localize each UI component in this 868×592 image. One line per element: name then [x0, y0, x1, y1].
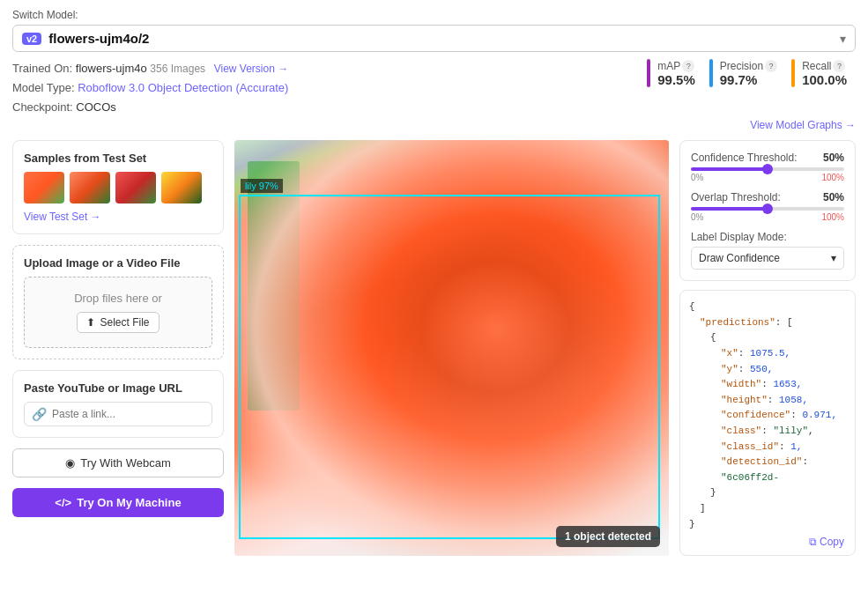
- sample-thumb-1[interactable]: [24, 172, 64, 204]
- try-on-machine-button[interactable]: </> Try On My Machine: [12, 488, 224, 517]
- checkpoint-value: COCOs: [76, 100, 116, 114]
- json-line-6: "height": 1058,: [721, 393, 846, 409]
- confidence-slider-track[interactable]: [691, 167, 844, 171]
- json-output-card: { "predictions": [ { "x": 1075.5, "y": 5…: [679, 290, 856, 556]
- view-version-link[interactable]: View Version →: [214, 63, 289, 75]
- map-help-icon: ?: [682, 60, 694, 72]
- code-icon: </>: [55, 496, 71, 509]
- view-graphs-link[interactable]: View Model Graphs →: [0, 117, 868, 131]
- json-line-3: "x": 1075.5,: [721, 346, 846, 362]
- json-line-12: ]: [700, 501, 846, 517]
- recall-label: Recall ?: [802, 60, 847, 72]
- json-line-11: }: [710, 485, 846, 501]
- trained-on-model: flowers-ujm4o: [76, 62, 147, 75]
- json-line-13: }: [689, 517, 846, 533]
- drop-zone[interactable]: Drop files here or ⬆ Select File: [24, 277, 212, 348]
- sample-thumb-2[interactable]: [70, 172, 110, 204]
- chevron-down-icon: ▾: [840, 32, 846, 46]
- controls-card: Confidence Threshold: 50% 0% 100% Overla…: [679, 140, 856, 281]
- label-mode-chevron-icon: ▾: [831, 252, 836, 264]
- confidence-slider-thumb[interactable]: [762, 164, 773, 174]
- recall-value: 100.0%: [802, 72, 847, 87]
- json-line-0: {: [689, 300, 846, 315]
- model-name: flowers-ujm4o/2: [48, 31, 149, 46]
- confidence-slider-fill: [691, 167, 768, 171]
- label-mode-title: Label Display Mode:: [691, 231, 844, 243]
- webcam-icon: ◉: [65, 456, 75, 470]
- json-content: { "predictions": [ { "x": 1075.5, "y": 5…: [689, 300, 846, 532]
- map-label: mAP ?: [657, 60, 695, 72]
- trained-on-label: Trained On:: [12, 62, 72, 75]
- sample-thumb-3[interactable]: [115, 172, 156, 204]
- precision-value: 99.7%: [720, 72, 777, 87]
- paste-url-title: Paste YouTube or Image URL: [24, 381, 212, 395]
- view-test-set-link[interactable]: View Test Set →: [24, 211, 212, 223]
- json-line-8: "class": "lily",: [721, 424, 846, 440]
- overlap-label: Overlap Threshold:: [691, 191, 781, 204]
- json-line-5: "width": 1653,: [721, 377, 846, 393]
- json-line-7: "confidence": 0.971,: [721, 408, 846, 424]
- drop-text: Drop files here or: [39, 292, 197, 305]
- object-count-badge: 1 object detected: [556, 526, 660, 547]
- overlap-slider-thumb[interactable]: [762, 204, 773, 214]
- precision-label: Precision ?: [720, 60, 777, 72]
- detection-bounding-box: lily 97%: [239, 195, 660, 540]
- copy-button[interactable]: ⧉ Copy: [805, 534, 848, 550]
- images-count: 356 Images: [150, 63, 205, 75]
- url-input[interactable]: [52, 408, 204, 420]
- webcam-button[interactable]: ◉ Try With Webcam: [12, 448, 224, 477]
- confidence-min: 0%: [691, 173, 703, 182]
- upload-icon: ⬆: [86, 316, 95, 329]
- precision-help-icon: ?: [765, 60, 777, 72]
- sample-thumb-4[interactable]: [161, 172, 202, 204]
- recall-help-icon: ?: [833, 60, 845, 72]
- recall-bar: [791, 59, 795, 87]
- label-mode-value: Draw Confidence: [699, 252, 780, 264]
- overlap-min: 0%: [691, 212, 703, 222]
- precision-bar: [709, 59, 713, 87]
- select-file-button[interactable]: ⬆ Select File: [77, 312, 159, 333]
- map-bar: [647, 59, 650, 87]
- json-line-1: "predictions": [: [700, 315, 846, 331]
- url-input-row[interactable]: 🔗: [24, 402, 212, 426]
- switch-model-label: Switch Model:: [12, 9, 856, 21]
- json-line-9: "class_id": 1,: [721, 440, 846, 455]
- model-type-label: Model Type:: [12, 81, 75, 94]
- confidence-label: Confidence Threshold:: [691, 152, 798, 164]
- sample-thumbnails: [24, 172, 212, 204]
- json-line-10: "detection_id": "6c06ff2d-: [721, 455, 846, 485]
- samples-title: Samples from Test Set: [24, 152, 212, 165]
- confidence-value: 50%: [823, 152, 844, 164]
- label-mode-dropdown[interactable]: Draw Confidence ▾: [691, 247, 844, 270]
- overlap-value: 50%: [823, 191, 844, 204]
- copy-icon: ⧉: [809, 536, 817, 548]
- checkpoint-label: Checkpoint:: [12, 100, 73, 114]
- model-dropdown[interactable]: v2 flowers-ujm4o/2 ▾: [12, 25, 856, 52]
- detection-label: lily 97%: [241, 179, 283, 193]
- confidence-max: 100%: [821, 173, 844, 182]
- json-line-2: {: [710, 330, 846, 346]
- link-icon: 🔗: [32, 407, 47, 421]
- overlap-max: 100%: [821, 212, 844, 222]
- map-value: 99.5%: [657, 72, 695, 87]
- overlap-slider-track[interactable]: [691, 207, 844, 211]
- image-container: lily 97% 1 object detected: [234, 140, 669, 556]
- model-version-badge: v2: [22, 33, 41, 45]
- image-preview-panel: lily 97% 1 object detected: [234, 140, 669, 556]
- upload-title: Upload Image or a Video File: [24, 256, 212, 270]
- model-type-value: Roboflow 3.0 Object Detection (Accurate): [78, 81, 288, 94]
- overlap-slider-fill: [691, 207, 768, 211]
- json-line-4: "y": 550,: [721, 362, 846, 378]
